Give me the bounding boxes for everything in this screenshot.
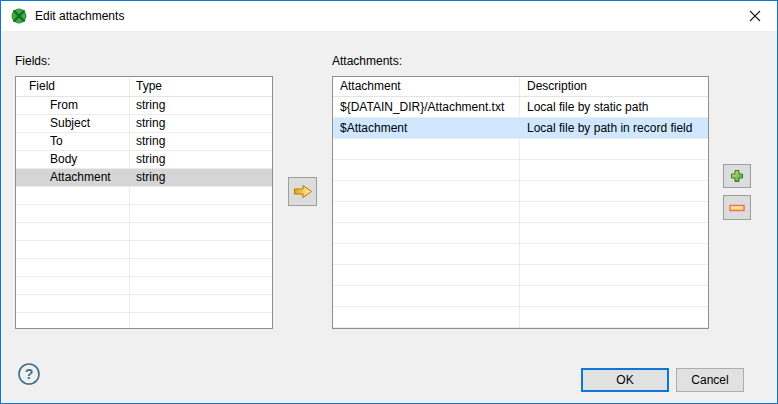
attachments-label: Attachments: [332, 54, 402, 68]
empty-row [16, 295, 272, 313]
column-header-attachment[interactable]: Attachment [333, 77, 520, 96]
column-header-field[interactable]: Field [16, 77, 130, 96]
attachment-description: Local file by static path [520, 97, 708, 117]
field-row-subject[interactable]: Subject string [16, 115, 272, 133]
plus-icon [730, 169, 744, 183]
field-row-from[interactable]: From string [16, 97, 272, 115]
edit-attachments-dialog: Edit attachments Fields: Attachments: Fi… [0, 0, 778, 404]
field-row-to[interactable]: To string [16, 133, 272, 151]
field-row-attachment-selected[interactable]: Attachment string [16, 169, 272, 187]
ok-button[interactable]: OK [581, 368, 669, 392]
help-button[interactable]: ? [16, 361, 41, 386]
field-name: Attachment [16, 169, 130, 186]
attachment-value: $Attachment [333, 118, 520, 138]
field-type: string [130, 169, 272, 186]
field-type: string [130, 133, 272, 150]
svg-text:?: ? [24, 366, 33, 382]
empty-row [16, 187, 272, 205]
column-header-description[interactable]: Description [520, 77, 708, 96]
cancel-button[interactable]: Cancel [676, 368, 744, 392]
empty-row [333, 181, 708, 202]
empty-row [333, 286, 708, 307]
empty-row [333, 139, 708, 160]
move-field-to-attachments-button[interactable] [288, 177, 317, 206]
empty-row [16, 241, 272, 259]
field-name: To [16, 133, 130, 150]
arrow-right-icon [293, 184, 313, 199]
field-name: Body [16, 151, 130, 168]
attachment-row-static-path[interactable]: ${DATAIN_DIR}/Attachment.txt Local file … [333, 97, 708, 118]
titlebar: Edit attachments [1, 1, 777, 31]
empty-row [333, 307, 708, 328]
empty-row [333, 202, 708, 223]
empty-row [16, 313, 272, 329]
window-title: Edit attachments [35, 9, 124, 23]
field-name: Subject [16, 115, 130, 132]
empty-row [16, 223, 272, 241]
minus-icon [729, 203, 745, 213]
app-icon [11, 8, 27, 24]
empty-row [333, 160, 708, 181]
column-header-type[interactable]: Type [130, 77, 272, 96]
empty-row [333, 265, 708, 286]
attachment-row-record-field-selected[interactable]: $Attachment Local file by path in record… [333, 118, 708, 139]
attachment-value: ${DATAIN_DIR}/Attachment.txt [333, 97, 520, 117]
close-button[interactable] [732, 1, 777, 31]
empty-row [16, 277, 272, 295]
empty-row [16, 205, 272, 223]
fields-label: Fields: [15, 54, 50, 68]
field-type: string [130, 115, 272, 132]
empty-row [16, 259, 272, 277]
fields-table: Field Type From string Subject string To… [15, 76, 273, 329]
field-type: string [130, 97, 272, 114]
close-icon [749, 10, 761, 22]
remove-attachment-button[interactable] [723, 195, 751, 220]
attachments-table: Attachment Description ${DATAIN_DIR}/Att… [332, 76, 709, 329]
field-type: string [130, 151, 272, 168]
empty-row [333, 244, 708, 265]
field-row-body[interactable]: Body string [16, 151, 272, 169]
add-attachment-button[interactable] [723, 164, 751, 188]
empty-row [333, 223, 708, 244]
attachment-description: Local file by path in record field [520, 118, 708, 138]
attachments-table-header: Attachment Description [333, 77, 708, 97]
field-name: From [16, 97, 130, 114]
fields-table-header: Field Type [16, 77, 272, 97]
question-mark-icon: ? [17, 362, 41, 386]
